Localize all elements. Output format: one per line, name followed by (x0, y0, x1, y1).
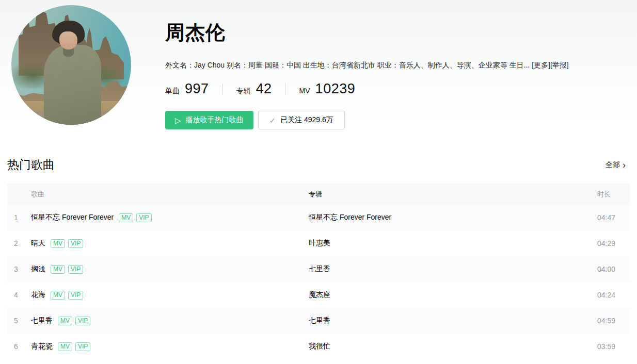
song-album[interactable]: 恒星不忘 Forever Forever (309, 213, 597, 222)
song-badges: MVVIP (51, 265, 86, 274)
song-cell: 恒星不忘 Forever Forever MVVIP (31, 213, 309, 222)
song-badges: MVVIP (58, 342, 93, 351)
song-index: 4 (7, 291, 31, 299)
stat-divider (285, 84, 286, 95)
song-badges: MVVIP (51, 239, 86, 248)
chevron-right-icon: › (623, 160, 626, 170)
artist-name: 周杰伦 (165, 20, 627, 46)
song-rows: 1 恒星不忘 Forever Forever MVVIP 恒星不忘 Foreve… (7, 205, 630, 359)
column-duration: 时长 (597, 190, 630, 199)
artist-photo-face (59, 31, 77, 49)
play-hot-songs-button[interactable]: ▷ 播放歌手热门歌曲 (165, 111, 253, 129)
follow-button-label: 已关注 4929.6万 (280, 115, 333, 125)
artist-bio: 外文名：Jay Chou 别名：周董 国籍：中国 出生地：台湾省新北市 职业：音… (165, 60, 627, 70)
artist-hero: 周杰伦 外文名：Jay Chou 别名：周董 国籍：中国 出生地：台湾省新北市 … (0, 0, 637, 130)
followed-button[interactable]: ✓ 已关注 4929.6万 (258, 111, 345, 129)
song-duration: 04:59 (597, 317, 630, 325)
artist-info: 周杰伦 外文名：Jay Chou 别名：周董 国籍：中国 出生地：台湾省新北市 … (131, 5, 637, 130)
song-index: 5 (7, 317, 31, 325)
song-badges: MVVIP (51, 291, 86, 300)
song-row[interactable]: 5 七里香 MVVIP 七里香 04:59 (7, 308, 630, 334)
song-album[interactable]: 七里香 (309, 316, 597, 325)
stat-singles-label: 单曲 (165, 87, 180, 96)
vip-badge[interactable]: VIP (75, 317, 90, 325)
table-header-row: 歌曲 专辑 时长 (7, 184, 630, 205)
song-index: 2 (7, 239, 31, 247)
song-title[interactable]: 晴天 (31, 239, 45, 248)
song-duration: 04:24 (597, 291, 630, 299)
song-duration: 04:47 (597, 213, 630, 222)
song-title[interactable]: 花海 (31, 290, 45, 300)
report-link[interactable]: [举报] (550, 61, 569, 69)
song-row[interactable]: 3 搁浅 MVVIP 七里香 04:00 (7, 256, 630, 282)
song-index: 3 (7, 265, 31, 273)
song-title[interactable]: 恒星不忘 Forever Forever (31, 213, 114, 222)
song-badges: MVVIP (119, 213, 154, 222)
play-icon: ▷ (175, 117, 181, 124)
stat-albums-label: 专辑 (236, 87, 251, 96)
artist-photo-body (44, 45, 101, 125)
hot-songs-section: 热门歌曲 全部 › 歌曲 专辑 时长 1 恒星不忘 Forever Foreve… (0, 157, 637, 359)
hot-songs-header: 热门歌曲 全部 › (7, 157, 630, 173)
song-cell: 七里香 MVVIP (31, 316, 309, 325)
more-link[interactable]: [更多] (532, 61, 550, 69)
stat-mv-value: 10239 (315, 81, 356, 97)
column-album: 专辑 (309, 190, 597, 199)
vip-badge[interactable]: VIP (68, 239, 83, 248)
mv-badge[interactable]: MV (51, 291, 65, 300)
stat-singles: 单曲 997 (165, 81, 209, 97)
song-badges: MVVIP (58, 317, 93, 325)
check-icon: ✓ (269, 117, 276, 124)
song-album[interactable]: 魔杰座 (309, 290, 597, 300)
vip-badge[interactable]: VIP (136, 213, 151, 222)
artist-stats: 单曲 997 专辑 42 MV 10239 (165, 81, 627, 97)
mv-badge[interactable]: MV (58, 342, 72, 351)
song-cell: 晴天 MVVIP (31, 239, 309, 248)
stat-albums: 专辑 42 (236, 81, 272, 97)
artist-actions: ▷ 播放歌手热门歌曲 ✓ 已关注 4929.6万 (165, 111, 627, 129)
song-row[interactable]: 6 青花瓷 MVVIP 我很忙 03:59 (7, 334, 630, 359)
stat-mv: MV 10239 (299, 81, 356, 97)
song-title[interactable]: 青花瓷 (31, 342, 53, 351)
song-album[interactable]: 我很忙 (309, 342, 597, 351)
mv-badge[interactable]: MV (51, 265, 65, 274)
view-all-label: 全部 (606, 160, 620, 170)
song-row[interactable]: 4 花海 MVVIP 魔杰座 04:24 (7, 282, 630, 308)
song-title[interactable]: 七里香 (31, 316, 53, 325)
song-album[interactable]: 叶惠美 (309, 239, 597, 248)
song-duration: 03:59 (597, 342, 630, 351)
stat-albums-value: 42 (256, 81, 272, 97)
vip-badge[interactable]: VIP (68, 291, 83, 300)
song-row[interactable]: 1 恒星不忘 Forever Forever MVVIP 恒星不忘 Foreve… (7, 205, 630, 230)
mv-badge[interactable]: MV (51, 239, 65, 248)
stat-mv-label: MV (299, 87, 310, 95)
song-album[interactable]: 七里香 (309, 264, 597, 274)
song-cell: 花海 MVVIP (31, 290, 309, 300)
song-cell: 搁浅 MVVIP (31, 264, 309, 274)
view-all-link[interactable]: 全部 › (606, 160, 626, 170)
stat-divider (222, 84, 223, 95)
artist-page: 周杰伦 外文名：Jay Chou 别名：周董 国籍：中国 出生地：台湾省新北市 … (0, 0, 637, 364)
song-title[interactable]: 搁浅 (31, 264, 45, 274)
song-cell: 青花瓷 MVVIP (31, 342, 309, 351)
song-index: 1 (7, 213, 31, 222)
vip-badge[interactable]: VIP (68, 265, 83, 274)
song-duration: 04:29 (597, 239, 630, 247)
song-duration: 04:00 (597, 265, 630, 273)
artist-avatar[interactable] (11, 5, 131, 125)
column-song: 歌曲 (31, 190, 309, 199)
artist-bio-text: 外文名：Jay Chou 别名：周董 国籍：中国 出生地：台湾省新北市 职业：音… (165, 61, 530, 69)
stat-singles-value: 997 (185, 81, 209, 97)
mv-badge[interactable]: MV (119, 213, 133, 222)
play-button-label: 播放歌手热门歌曲 (186, 115, 244, 125)
song-row[interactable]: 2 晴天 MVVIP 叶惠美 04:29 (7, 230, 630, 256)
hot-songs-table: 歌曲 专辑 时长 1 恒星不忘 Forever Forever MVVIP 恒星… (7, 184, 630, 359)
vip-badge[interactable]: VIP (75, 342, 90, 351)
song-index: 6 (7, 342, 31, 351)
mv-badge[interactable]: MV (58, 317, 72, 325)
section-title: 热门歌曲 (7, 157, 55, 173)
